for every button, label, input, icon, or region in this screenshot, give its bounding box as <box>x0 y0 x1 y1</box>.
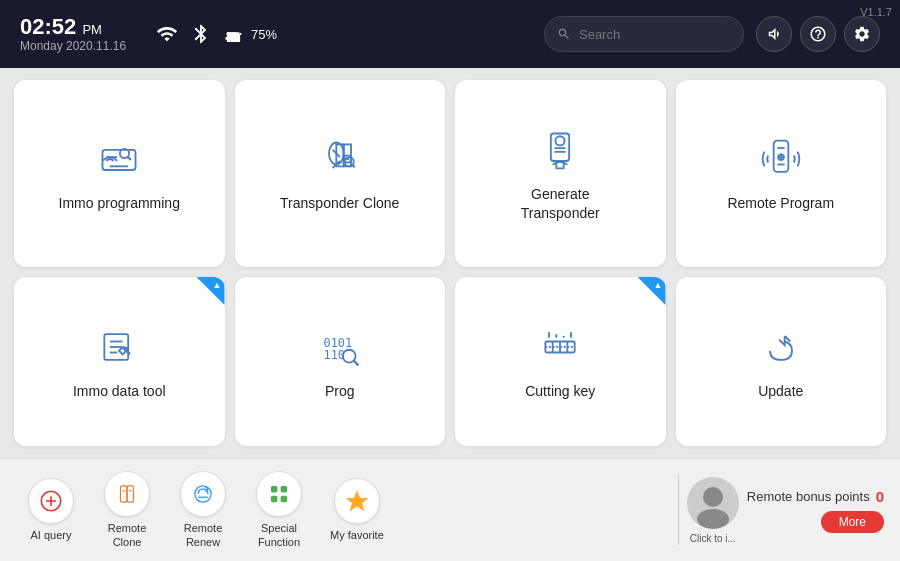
bottom-divider <box>678 475 679 545</box>
immo-programming-label: Immo programming <box>59 194 180 212</box>
time-suffix: PM <box>82 22 102 37</box>
bottom-user[interactable]: Click to i... <box>687 477 739 544</box>
svg-rect-53 <box>281 496 288 503</box>
bonus-row: Remote bonus points 0 <box>747 488 884 505</box>
bottom-bar: AI query Remote Clone <box>0 458 900 561</box>
time-value: 02:52 <box>20 14 76 39</box>
prog-icon: 0101 110 <box>315 322 365 372</box>
battery-indicator: 75% <box>224 23 277 45</box>
svg-point-56 <box>697 509 729 529</box>
search-bar[interactable] <box>544 16 744 52</box>
svg-point-55 <box>703 487 723 507</box>
svg-rect-44 <box>121 486 128 502</box>
main-grid: Immo programming Transponder Clone <box>0 68 900 458</box>
more-button[interactable]: More <box>821 511 884 533</box>
search-input[interactable] <box>579 27 731 42</box>
svg-rect-2 <box>240 33 242 35</box>
ai-query-label: AI query <box>31 529 72 542</box>
bottom-item-my-favorite[interactable]: My favorite <box>320 472 394 548</box>
date-display: Monday 2020.11.16 <box>20 39 126 53</box>
svg-rect-52 <box>271 496 278 503</box>
remote-clone-icon <box>114 481 140 507</box>
status-icons: 75% <box>156 23 277 45</box>
tile-transponder-clone[interactable]: Transponder Clone <box>235 80 446 267</box>
bonus-value: 0 <box>876 488 884 505</box>
cutting-key-icon <box>535 322 585 372</box>
remote-renew-label: Remote Renew <box>184 522 223 548</box>
battery-icon <box>224 23 246 45</box>
special-function-label: Special Function <box>258 522 300 548</box>
tile-immo-programming[interactable]: Immo programming <box>14 80 225 267</box>
bottom-item-remote-renew[interactable]: Remote Renew <box>168 465 238 554</box>
svg-line-7 <box>128 157 132 161</box>
immo-data-tool-label: Immo data tool <box>73 382 166 400</box>
volume-icon <box>765 25 783 43</box>
remote-program-icon <box>756 134 806 184</box>
my-favorite-icon-circle <box>334 478 380 524</box>
svg-rect-1 <box>227 32 236 36</box>
cutting-key-label: Cutting key <box>525 382 595 400</box>
header: 02:52 PM Monday 2020.11.16 75% <box>0 0 900 68</box>
tile-generate-transponder[interactable]: Generate Transponder <box>455 80 666 267</box>
favorite-icon <box>344 488 370 514</box>
bottom-item-ai-query[interactable]: AI query <box>16 472 86 548</box>
svg-marker-54 <box>346 491 367 511</box>
update-icon <box>756 322 806 372</box>
bottom-right-panel: Remote bonus points 0 More <box>747 488 884 533</box>
svg-rect-51 <box>281 486 288 493</box>
search-icon <box>557 26 571 42</box>
help-icon <box>809 25 827 43</box>
version-badge: V1.1.7 <box>860 6 892 18</box>
tile-cutting-key[interactable]: ▲ Cutting key <box>455 277 666 446</box>
immo-programming-icon <box>94 134 144 184</box>
immo-data-tool-icon <box>94 322 144 372</box>
bottom-item-special-function[interactable]: Special Function <box>244 465 314 554</box>
svg-rect-50 <box>271 486 278 493</box>
bluetooth-icon <box>190 23 212 45</box>
battery-text: 75% <box>251 27 277 42</box>
tile-remote-program[interactable]: Remote Program <box>676 80 887 267</box>
transponder-clone-icon <box>315 134 365 184</box>
settings-icon <box>853 25 871 43</box>
svg-point-14 <box>556 137 565 146</box>
tile-prog[interactable]: 0101 110 Prog <box>235 277 446 446</box>
special-function-icon-circle <box>256 471 302 517</box>
svg-line-12 <box>352 165 355 168</box>
bonus-label: Remote bonus points <box>747 489 870 504</box>
remote-clone-icon-circle <box>104 471 150 517</box>
time-display: 02:52 PM <box>20 15 126 39</box>
volume-button[interactable] <box>756 16 792 52</box>
settings-button[interactable] <box>844 16 880 52</box>
generate-transponder-label: Generate Transponder <box>521 185 600 221</box>
immo-data-badge: ▲ <box>197 277 225 305</box>
cutting-key-badge: ▲ <box>638 277 666 305</box>
wifi-icon <box>156 23 178 45</box>
ai-icon <box>38 488 64 514</box>
avatar-icon <box>687 477 739 529</box>
special-icon <box>266 481 292 507</box>
remote-clone-label: Remote Clone <box>108 522 147 548</box>
prog-label: Prog <box>325 382 355 400</box>
ai-query-icon-circle <box>28 478 74 524</box>
remote-renew-icon-circle <box>180 471 226 517</box>
svg-text:110: 110 <box>323 348 345 362</box>
tile-update[interactable]: Update <box>676 277 887 446</box>
bottom-items-list: AI query Remote Clone <box>16 465 670 554</box>
remote-program-label: Remote Program <box>727 194 834 212</box>
tile-immo-data-tool[interactable]: ▲ Immo data tool <box>14 277 225 446</box>
remote-renew-icon <box>190 481 216 507</box>
click-to-label: Click to i... <box>690 533 736 544</box>
transponder-clone-label: Transponder Clone <box>280 194 399 212</box>
help-button[interactable] <box>800 16 836 52</box>
bottom-item-remote-clone[interactable]: Remote Clone <box>92 465 162 554</box>
svg-line-30 <box>354 361 359 366</box>
my-favorite-label: My favorite <box>330 529 384 542</box>
update-label: Update <box>758 382 803 400</box>
svg-rect-45 <box>127 486 134 502</box>
generate-transponder-icon <box>535 125 585 175</box>
avatar <box>687 477 739 529</box>
header-right-icons <box>756 16 880 52</box>
header-left: 02:52 PM Monday 2020.11.16 <box>20 15 126 53</box>
svg-point-48 <box>195 486 211 502</box>
